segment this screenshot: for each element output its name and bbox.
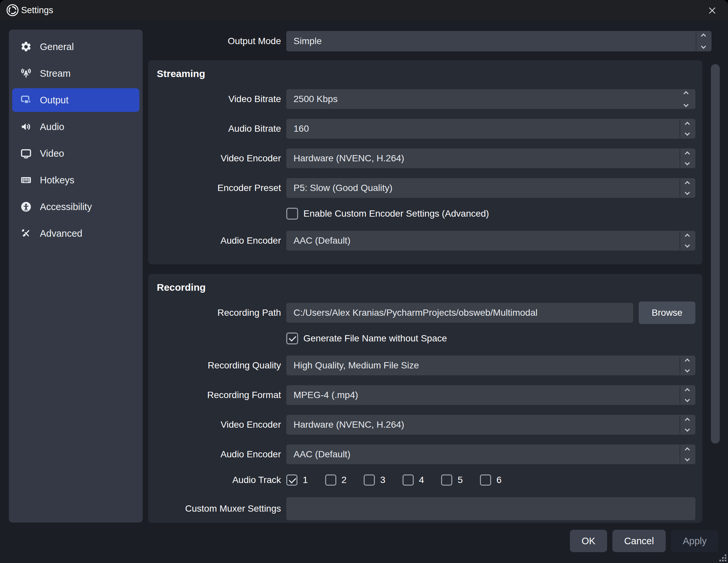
stream-audio-encoder-row: Audio Encoder AAC (Default) (148, 231, 695, 251)
encoder-preset-select[interactable]: P5: Slow (Good Quality) (286, 178, 695, 198)
video-encoder-label: Video Encoder (148, 153, 281, 164)
sidebar-item-video[interactable]: Video (12, 142, 139, 165)
video-bitrate-spinner[interactable]: 2500 Kbps (286, 89, 695, 109)
encoder-preset-value: P5: Slow (Good Quality) (294, 183, 392, 193)
chevron-up-down-icon (683, 444, 691, 464)
sidebar-item-advanced[interactable]: Advanced (12, 222, 139, 245)
audio-encoder-value: AAC (Default) (294, 449, 350, 460)
sidebar-item-label: Hotkeys (40, 175, 74, 186)
close-icon (707, 6, 717, 15)
recording-quality-label: Recording Quality (148, 360, 281, 371)
sidebar-item-label: Output (40, 95, 69, 106)
video-encoder-value: Hardware (NVENC, H.264) (294, 419, 404, 430)
speaker-icon (20, 121, 32, 133)
custom-encoder-settings-checkbox[interactable] (286, 208, 298, 220)
audio-track-4: 4 (403, 474, 424, 486)
stream-video-encoder-select[interactable]: Hardware (NVENC, H.264) (286, 149, 695, 168)
encoder-preset-row: Encoder Preset P5: Slow (Good Quality) (148, 178, 695, 198)
audio-encoder-label: Audio Encoder (148, 236, 281, 246)
obs-logo-icon (6, 4, 19, 17)
output-icon (20, 94, 32, 106)
audio-track-5-checkbox[interactable] (441, 474, 452, 486)
ok-button[interactable]: OK (570, 530, 607, 552)
output-mode-row: Output Mode Simple (152, 31, 712, 51)
antenna-icon (20, 68, 32, 79)
video-encoder-label: Video Encoder (148, 419, 281, 430)
audio-track-row: Audio Track 1 2 3 4 5 (148, 473, 695, 487)
video-bitrate-row: Video Bitrate 2500 Kbps (148, 89, 695, 109)
audio-track-6: 6 (480, 474, 502, 486)
audio-track-2-checkbox[interactable] (325, 474, 336, 486)
custom-muxer-input[interactable] (286, 497, 695, 520)
audio-track-6-checkbox[interactable] (480, 474, 491, 486)
audio-encoder-label: Audio Encoder (148, 449, 281, 460)
chevron-up-down-icon (683, 415, 691, 435)
audio-track-3-label: 3 (380, 475, 385, 485)
close-button[interactable] (705, 3, 719, 18)
recording-section: Recording Recording Path C:/Users/Alex K… (148, 274, 702, 523)
sidebar-item-label: Video (40, 148, 64, 159)
audio-track-4-checkbox[interactable] (403, 474, 414, 486)
encoder-preset-label: Encoder Preset (148, 183, 281, 193)
rec-audio-encoder-row: Audio Encoder AAC (Default) (148, 444, 695, 464)
sidebar-item-audio[interactable]: Audio (12, 115, 139, 139)
tools-icon (20, 228, 32, 239)
recording-format-select[interactable]: MPEG-4 (.mp4) (286, 385, 695, 405)
chevron-up-down-icon (682, 89, 690, 109)
sidebar-item-hotkeys[interactable]: Hotkeys (12, 168, 139, 192)
audio-track-2: 2 (325, 474, 347, 486)
audio-track-3: 3 (364, 474, 385, 486)
output-mode-label: Output Mode (152, 36, 281, 46)
recording-path-input[interactable]: C:/Users/Alex Kranias/PycharmProjects/ob… (286, 303, 633, 323)
chevron-up-down-icon (683, 231, 691, 251)
sidebar-item-accessibility[interactable]: Accessibility (12, 195, 139, 219)
recording-quality-value: High Quality, Medium File Size (294, 360, 419, 371)
footer: OK Cancel Apply (570, 530, 718, 552)
video-encoder-value: Hardware (NVENC, H.264) (294, 153, 404, 164)
vertical-scrollbar[interactable] (711, 64, 720, 443)
recording-format-label: Recording Format (148, 390, 281, 400)
sidebar-item-output[interactable]: Output (12, 88, 139, 112)
audio-track-4-label: 4 (419, 475, 424, 485)
divider (680, 149, 680, 168)
recording-format-value: MPEG-4 (.mp4) (294, 390, 358, 400)
sidebar-item-label: Advanced (40, 228, 82, 239)
audio-track-2-label: 2 (342, 475, 347, 485)
audio-bitrate-row: Audio Bitrate 160 (148, 119, 695, 139)
sidebar-item-general[interactable]: General (12, 35, 139, 59)
audio-bitrate-select[interactable]: 160 (286, 119, 695, 139)
recording-path-row: Recording Path C:/Users/Alex Kranias/Pyc… (148, 303, 695, 323)
resize-grip-icon[interactable] (719, 554, 726, 561)
rec-video-encoder-row: Video Encoder Hardware (NVENC, H.264) (148, 415, 695, 435)
chevron-up-down-icon (683, 385, 691, 405)
output-mode-select[interactable]: Simple (286, 31, 712, 51)
screen: Settings General (0, 0, 728, 563)
custom-encoder-settings-row: Enable Custom Encoder Settings (Advanced… (148, 207, 695, 221)
sidebar-item-label: Accessibility (40, 202, 92, 212)
divider (680, 179, 680, 197)
browse-button[interactable]: Browse (639, 301, 695, 324)
chevron-up-down-icon (683, 355, 691, 375)
sidebar-item-stream[interactable]: Stream (12, 62, 139, 85)
rec-video-encoder-select[interactable]: Hardware (NVENC, H.264) (286, 415, 695, 435)
monitor-icon (20, 148, 32, 159)
divider (680, 232, 680, 250)
custom-muxer-row: Custom Muxer Settings (148, 497, 695, 520)
video-bitrate-value: 2500 Kbps (294, 94, 338, 104)
cancel-button[interactable]: Cancel (612, 530, 666, 552)
divider (696, 32, 696, 51)
rec-audio-encoder-select[interactable]: AAC (Default) (286, 444, 695, 464)
audio-track-3-checkbox[interactable] (364, 474, 375, 486)
output-mode-value: Simple (294, 36, 322, 46)
recording-path-value: C:/Users/Alex Kranias/PycharmProjects/ob… (294, 307, 538, 318)
audio-track-label: Audio Track (148, 475, 281, 485)
stream-audio-encoder-select[interactable]: AAC (Default) (286, 231, 695, 251)
apply-button[interactable]: Apply (671, 530, 718, 552)
audio-encoder-value: AAC (Default) (294, 236, 350, 246)
generate-filename-checkbox[interactable] (286, 332, 298, 344)
window-title: Settings (21, 5, 53, 15)
stream-video-encoder-row: Video Encoder Hardware (NVENC, H.264) (148, 149, 695, 168)
audio-track-1-checkbox[interactable] (286, 474, 297, 486)
chevron-up-down-icon (683, 178, 691, 198)
recording-quality-select[interactable]: High Quality, Medium File Size (286, 355, 695, 375)
